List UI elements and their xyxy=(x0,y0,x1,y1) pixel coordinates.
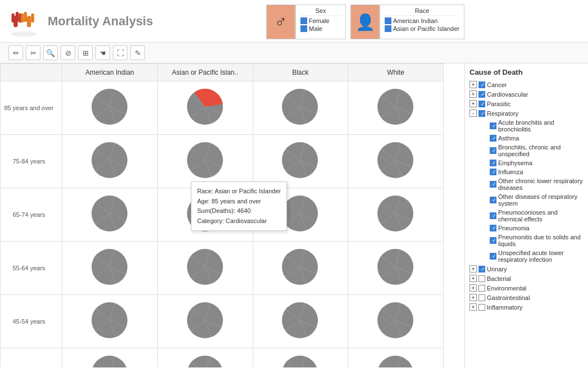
expand-icon[interactable]: - xyxy=(470,110,477,117)
pie-cell[interactable] xyxy=(62,188,158,242)
sex-male-label: Male xyxy=(309,25,322,32)
sidebar-item[interactable]: +✓Urinary xyxy=(470,264,584,274)
race-asian-checkbox[interactable] xyxy=(385,25,391,32)
pie-cell[interactable] xyxy=(157,242,253,295)
sidebar-item[interactable]: ✓Acute bronchitis and bronchiolitis xyxy=(470,118,584,134)
sidebar-item[interactable]: +✓Cardiovascular xyxy=(470,89,584,99)
sidebar-item[interactable]: ✓Pneumoconioses and chemical effects xyxy=(470,208,584,224)
sidebar-item[interactable]: ✓Other chronic lower respiratory disease… xyxy=(470,176,584,192)
pie-cell[interactable] xyxy=(62,348,158,368)
checkmark-icon: ✓ xyxy=(481,82,485,88)
pen-button[interactable]: ✎ xyxy=(130,46,145,60)
sidebar-item[interactable]: ✓Bronchitis, chronic and unspecified xyxy=(470,143,584,158)
checkmark-icon: ✓ xyxy=(492,135,496,141)
pie-cell[interactable] xyxy=(157,295,253,348)
pie-cell[interactable] xyxy=(348,242,444,295)
sidebar-item[interactable]: +Inflammatory xyxy=(470,302,584,312)
chart-area: American Indian Asian or Pacific Islan..… xyxy=(0,63,464,367)
sidebar-item[interactable]: ✓Pneumonia xyxy=(470,224,584,233)
checkmark-icon: ✓ xyxy=(492,123,496,129)
sidebar: Cause of Death +✓Cancer+✓Cardiovascular+… xyxy=(464,63,588,367)
pie-cell[interactable] xyxy=(157,348,253,368)
expand-icon[interactable]: + xyxy=(470,90,477,98)
checkmark-icon: ✓ xyxy=(481,101,485,107)
race-american-indian-checkbox[interactable] xyxy=(385,17,391,24)
pie-cell[interactable] xyxy=(62,135,158,188)
sidebar-item-label: Pneumonitis due to solids and liquids xyxy=(498,234,584,247)
expand-button[interactable]: ⛶ xyxy=(113,46,127,60)
pie-cell[interactable] xyxy=(348,295,444,348)
table-row: 45-54 years xyxy=(1,295,444,348)
pie-cell[interactable] xyxy=(253,81,348,135)
race-filter: 👤 Race American Indian Asian or Pacific … xyxy=(350,4,464,39)
sidebar-item[interactable]: ✓Unspecified acute lower respiratory inf… xyxy=(470,248,584,264)
sex-female-item[interactable]: Female xyxy=(300,17,341,24)
pie-cell[interactable] xyxy=(348,81,444,135)
checkmark-icon: ✓ xyxy=(492,253,496,259)
sidebar-item[interactable]: +Environmental xyxy=(470,283,584,293)
svg-rect-3 xyxy=(16,12,19,22)
sidebar-item[interactable]: ✓Influenza xyxy=(470,167,584,176)
race-asian-item[interactable]: Asian or Pacific Islander xyxy=(385,25,459,32)
sidebar-item[interactable]: -✓Respiratory xyxy=(470,108,584,118)
pie-cell[interactable] xyxy=(253,348,348,368)
sex-male-checkbox[interactable] xyxy=(300,25,307,32)
pie-cell[interactable] xyxy=(62,242,158,295)
expand-icon[interactable]: + xyxy=(470,275,477,282)
sidebar-item-label: Environmental xyxy=(487,285,526,292)
hand-button[interactable]: ☚ xyxy=(95,46,110,60)
sidebar-item[interactable]: +✓Cancer xyxy=(470,80,584,89)
sidebar-checkbox[interactable] xyxy=(478,294,485,301)
pie-cell[interactable] xyxy=(348,348,444,368)
pie-cell[interactable] xyxy=(62,81,158,135)
expand-icon[interactable]: + xyxy=(470,265,477,272)
sidebar-item-label: Acute bronchitis and bronchiolitis xyxy=(498,119,584,133)
col-black: Black xyxy=(253,64,348,81)
expand-icon[interactable]: + xyxy=(470,303,477,311)
row-header: 45-54 years xyxy=(1,295,62,348)
no-button[interactable]: ⊘ xyxy=(61,46,75,60)
pie-cell[interactable] xyxy=(62,295,158,348)
pie-cell[interactable] xyxy=(157,81,253,135)
sidebar-item[interactable]: +✓Parasitic xyxy=(470,99,584,108)
pie-cell[interactable] xyxy=(348,188,444,242)
checkmark-icon: ✓ xyxy=(492,238,496,243)
sidebar-item-label: Other chronic lower respiratory diseases xyxy=(498,178,584,191)
sidebar-item[interactable]: ✓Other diseases of respiratory system xyxy=(470,192,584,208)
pie-cell[interactable] xyxy=(253,188,348,242)
sidebar-item[interactable]: ✓Asthma xyxy=(470,134,584,143)
pie-cell[interactable] xyxy=(253,242,348,295)
sidebar-item[interactable]: +Bacterial xyxy=(470,274,584,283)
sidebar-item-label: Parasitic xyxy=(487,101,510,107)
sidebar-item[interactable]: ✓Emphysema xyxy=(470,158,584,167)
sidebar-item[interactable]: +Gastrointestinal xyxy=(470,293,584,302)
grid-button[interactable]: ⊞ xyxy=(78,46,93,60)
zoom-button[interactable]: 🔍 xyxy=(43,46,58,60)
sidebar-item-label: Cancer xyxy=(487,81,507,88)
pie-cell[interactable] xyxy=(157,188,253,242)
pie-cell[interactable] xyxy=(253,135,348,188)
expand-icon[interactable]: + xyxy=(470,100,477,107)
edit-button[interactable]: ✏ xyxy=(8,46,23,60)
sidebar-checkbox[interactable] xyxy=(478,275,485,282)
expand-icon[interactable]: + xyxy=(470,81,477,88)
sidebar-checkbox[interactable] xyxy=(478,304,485,311)
pie-cell[interactable] xyxy=(157,135,253,188)
checkmark-icon: ✓ xyxy=(481,111,485,116)
col-asian: Asian or Pacific Islan.. xyxy=(157,64,253,81)
sidebar-item[interactable]: ✓Pneumonitis due to solids and liquids xyxy=(470,233,584,248)
sex-male-item[interactable]: Male xyxy=(300,25,341,32)
sidebar-checkbox[interactable] xyxy=(478,285,485,292)
expand-icon[interactable]: + xyxy=(470,284,477,292)
scissors-button[interactable]: ✂ xyxy=(26,46,40,60)
table-row: 75-84 years xyxy=(1,135,444,188)
row-header: 55-64 years xyxy=(1,242,62,295)
sidebar-item-label: Pneumonia xyxy=(498,225,530,231)
table-row: 35-44 years xyxy=(1,348,444,368)
sex-female-checkbox[interactable] xyxy=(300,17,307,24)
row-header: 65-74 years xyxy=(1,188,62,242)
race-american-indian-item[interactable]: American Indian xyxy=(385,17,459,24)
pie-cell[interactable] xyxy=(348,135,444,188)
expand-icon[interactable]: + xyxy=(470,294,477,301)
pie-cell[interactable] xyxy=(253,295,348,348)
